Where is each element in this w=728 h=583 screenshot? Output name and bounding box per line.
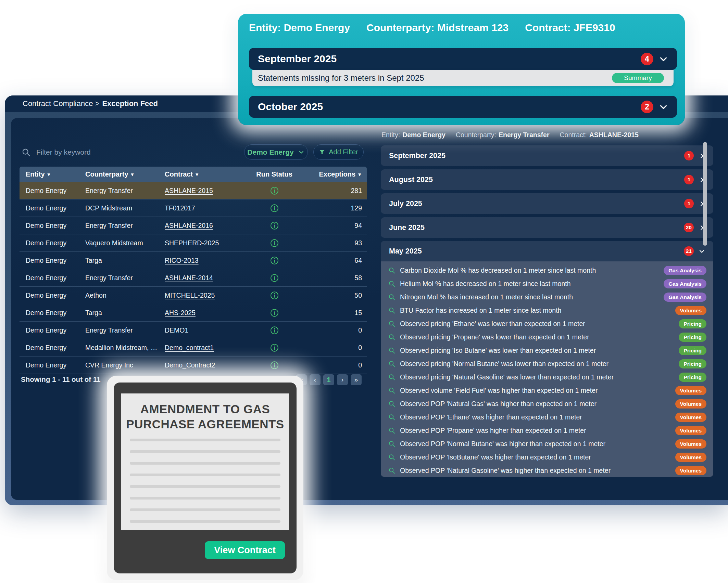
last-page-button[interactable]: » xyxy=(351,374,362,385)
table-row[interactable]: Demo Energy Vaquero Midstream SHEPHERD-2… xyxy=(20,234,367,251)
exception-count-badge: 1 xyxy=(684,175,694,184)
column-header-entity[interactable]: Entity▼ xyxy=(20,170,85,178)
magnifier-icon xyxy=(388,320,396,327)
month-accordion-june[interactable]: June 2025 20 xyxy=(381,217,713,238)
filter-funnel-icon xyxy=(319,149,325,155)
table-row[interactable]: Demo Energy Energy Transfer ASHLANE-2016… xyxy=(20,217,367,234)
contract-link[interactable]: TF012017 xyxy=(165,204,195,212)
exception-item[interactable]: Observed pricing 'Propane' was lower tha… xyxy=(381,331,713,344)
category-badge: Volumes xyxy=(675,426,706,435)
entity-filter-value: Demo Energy xyxy=(247,148,293,156)
info-icon[interactable] xyxy=(270,361,279,370)
exception-item[interactable]: Observed pricing 'Ethane' was lower than… xyxy=(381,317,713,331)
info-icon[interactable] xyxy=(270,186,279,195)
table-row[interactable]: Demo Energy Energy Transfer DEMO1 0 xyxy=(20,321,367,339)
category-badge: Volumes xyxy=(675,399,706,409)
view-contract-button[interactable]: View Contract xyxy=(205,541,285,559)
table-row[interactable]: Demo Energy CVR Energy Inc Demo_Contract… xyxy=(20,356,367,374)
table-row[interactable]: Demo Energy Energy Transfer ASHLANE-2015… xyxy=(20,182,367,199)
info-icon[interactable] xyxy=(270,204,279,212)
table-row[interactable]: Demo Energy Targa RICO-2013 64 xyxy=(20,251,367,269)
chevron-down-icon xyxy=(699,248,705,255)
month-accordion-may[interactable]: May 2025 21 xyxy=(381,241,713,261)
exception-item[interactable]: Observed POP 'Propane' was higher than e… xyxy=(381,424,713,437)
contract-link[interactable]: ASHLANE-2016 xyxy=(165,222,213,229)
info-icon[interactable] xyxy=(270,256,279,265)
contract-document-card: AMENDMENT TO GAS PURCHASE AGREEMENTS Vie… xyxy=(107,376,303,580)
current-page-button[interactable]: 1 xyxy=(323,374,334,385)
info-icon[interactable] xyxy=(270,309,279,317)
breadcrumb-path[interactable]: Contract Compliance > xyxy=(23,99,99,108)
info-icon[interactable] xyxy=(270,274,279,282)
tablet-screen: AMENDMENT TO GAS PURCHASE AGREEMENTS Vie… xyxy=(114,383,297,573)
chevron-down-icon xyxy=(659,54,668,64)
contract-link[interactable]: Demo_Contract2 xyxy=(165,361,215,369)
month-accordion-september-overlay[interactable]: September 2025 4 xyxy=(249,48,677,70)
magnifier-icon xyxy=(388,347,396,354)
category-badge: Volumes xyxy=(675,453,706,462)
magnifier-icon xyxy=(388,334,396,341)
magnifier-icon xyxy=(388,400,396,407)
results-count: Showing 1 - 11 out of 11 xyxy=(21,375,100,384)
prev-page-button[interactable]: ‹ xyxy=(310,374,321,385)
table-row[interactable]: Demo Energy Energy Transfer ASHLANE-2014… xyxy=(20,269,367,286)
document-line xyxy=(130,497,280,500)
info-icon[interactable] xyxy=(270,326,279,335)
contract-link[interactable]: SHEPHERD-2025 xyxy=(165,239,219,247)
info-icon[interactable] xyxy=(270,239,279,247)
category-badge: Pricing xyxy=(679,346,706,355)
category-badge: Volumes xyxy=(675,439,706,449)
exception-item[interactable]: Nitrogen Mol % has increased on 1 meter … xyxy=(381,290,713,304)
exception-item[interactable]: BTU Factor has increased on 1 meter sinc… xyxy=(381,304,713,317)
column-header-contract[interactable]: Contract▼ xyxy=(165,170,243,178)
category-badge: Gas Analysis xyxy=(664,279,706,288)
table-row[interactable]: Demo Energy Aethon MITCHELL-2025 50 xyxy=(20,286,367,304)
next-page-button[interactable]: › xyxy=(337,374,348,385)
month-accordion-july[interactable]: July 2025 1 xyxy=(381,193,713,214)
column-header-counterparty[interactable]: Counterparty▼ xyxy=(85,170,165,178)
exception-item[interactable]: Observed volume 'Field Fuel' was higher … xyxy=(381,384,713,397)
table-row[interactable]: Demo Energy DCP Midstream TF012017 129 xyxy=(20,199,367,217)
info-icon[interactable] xyxy=(270,344,279,352)
exception-item[interactable]: Observed POP 'Normal Butane' was higher … xyxy=(381,437,713,451)
table-row[interactable]: Demo Energy Medallion Midstream, … Demo_… xyxy=(20,339,367,356)
scrollbar[interactable] xyxy=(703,142,707,246)
document-text-lines xyxy=(121,439,289,523)
exception-item[interactable]: Observed POP 'Natural Gas' was higher th… xyxy=(381,397,713,411)
column-header-exceptions[interactable]: Exceptions▼ xyxy=(305,170,367,178)
exception-item[interactable]: Helium Mol % has decreased on 1 meter si… xyxy=(381,277,713,290)
category-badge: Pricing xyxy=(679,359,706,368)
contract-link[interactable]: DEMO1 xyxy=(165,326,188,334)
info-icon[interactable] xyxy=(270,291,279,300)
contract-link[interactable]: ASHLANE-2014 xyxy=(165,274,213,282)
add-filter-button[interactable]: Add Filter xyxy=(313,144,364,160)
month-accordion-october-overlay[interactable]: October 2025 2 xyxy=(249,96,677,118)
exception-count-badge: 2 xyxy=(641,101,653,113)
summary-row[interactable]: Statements missing for 3 meters in Sept … xyxy=(252,70,674,86)
exception-item[interactable]: Observed pricing 'Iso Butane' was lower … xyxy=(381,344,713,357)
exception-item[interactable]: Observed pricing 'Normal Butane' was low… xyxy=(381,357,713,371)
exception-item[interactable]: Observed pricing 'Natural Gasoline' was … xyxy=(381,371,713,384)
contract-link[interactable]: Demo_contract1 xyxy=(165,344,214,351)
month-accordion-august[interactable]: August 2025 1 xyxy=(381,169,713,190)
contract-link[interactable]: RICO-2013 xyxy=(165,257,199,264)
info-icon[interactable] xyxy=(270,221,279,230)
magnifier-icon xyxy=(388,360,396,367)
exception-item[interactable]: Observed POP 'Natural Gasoline' was high… xyxy=(381,464,713,477)
summary-badge[interactable]: Summary xyxy=(612,73,664,83)
category-badge: Pricing xyxy=(679,319,706,328)
search-input[interactable]: Filter by keyword xyxy=(22,144,91,161)
contract-link[interactable]: ASHLANE-2015 xyxy=(165,187,213,194)
exception-item[interactable]: Observed POP 'Ethane' was higher than ex… xyxy=(381,411,713,424)
contract-link[interactable]: MITCHELL-2025 xyxy=(165,292,215,299)
exception-item[interactable]: Carbon Dioxide Mol % has decreased on 1 … xyxy=(381,264,713,277)
month-accordion-september[interactable]: September 2025 1 xyxy=(381,145,713,166)
contract-link[interactable]: AHS-2025 xyxy=(165,309,196,316)
magnifier-icon xyxy=(388,427,396,434)
exception-item[interactable]: Observed POP 'IsoButane' was higher than… xyxy=(381,451,713,464)
sort-arrow-icon: ▼ xyxy=(47,172,51,177)
entity-filter-dropdown[interactable]: Demo Energy xyxy=(244,144,308,160)
table-row[interactable]: Demo Energy Targa AHS-2025 15 xyxy=(20,304,367,321)
add-filter-label: Add Filter xyxy=(329,148,358,156)
magnifier-icon xyxy=(388,454,396,461)
